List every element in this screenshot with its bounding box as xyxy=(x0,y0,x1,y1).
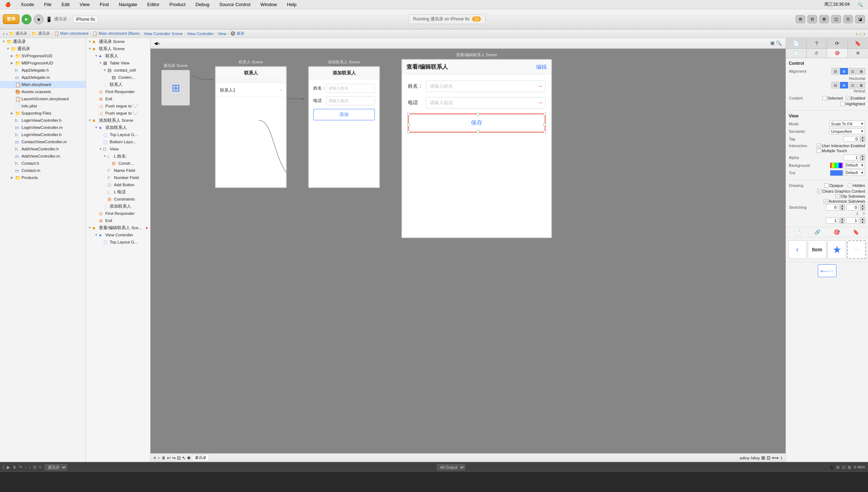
scene4-edit-btn[interactable]: 编辑 xyxy=(536,64,547,71)
nav-loginvc-m[interactable]: m LoginViewController.m xyxy=(0,124,86,131)
hide-inspector-btn[interactable]: ◪ xyxy=(855,15,865,23)
canvas-zoom-btn[interactable]: 🔍 xyxy=(776,40,782,46)
node-name-field[interactable]: F Name Field xyxy=(86,167,150,174)
scene2-screen[interactable]: 联系人 联系人1 › xyxy=(215,66,287,188)
node-exit1[interactable]: ⊕ Exit xyxy=(86,95,150,102)
highlighted-checkbox[interactable] xyxy=(840,102,845,106)
stretch-w-down[interactable]: ▼ xyxy=(840,221,845,224)
align-v-btn3[interactable]: ⊡ xyxy=(849,82,857,88)
bc-folder-1[interactable]: 📁 通讯录 xyxy=(9,31,27,36)
rp-tab-bookmarks[interactable]: 🔖 xyxy=(848,38,868,48)
canvas-size-btn4[interactable]: ↕ xyxy=(780,455,783,460)
dbg-output-select[interactable]: All Output xyxy=(437,464,465,471)
menu-view[interactable]: View xyxy=(77,1,92,8)
canvas-redo-btn[interactable]: ↪ xyxy=(172,455,176,460)
canvas-cursor-btn[interactable]: ↖ xyxy=(182,455,186,460)
canvas-prev-btn[interactable]: ◀ xyxy=(154,41,157,46)
nav-project[interactable]: ▼ 📁 通讯录 xyxy=(0,45,86,52)
dbg-layout-btn3[interactable]: ⊠ xyxy=(848,465,851,470)
node-first-responder2[interactable]: ⊙ First Responder xyxy=(86,210,150,217)
scene1-box[interactable]: ⊞ xyxy=(161,70,190,106)
bc-view[interactable]: View xyxy=(218,32,226,36)
semantic-dropdown[interactable]: Unspecified ▾ xyxy=(829,128,865,134)
disc-products[interactable]: ▶ xyxy=(11,176,15,179)
stretch-h-down[interactable]: ▼ xyxy=(860,221,865,224)
nav-launchscreen[interactable]: 📋 LaunchScreen.storyboard xyxy=(0,95,86,102)
background-dropdown[interactable]: Default ▾ xyxy=(844,162,865,168)
nav-addvc-h[interactable]: h AddViewController.h xyxy=(0,145,86,153)
menu-source-control[interactable]: Source Control xyxy=(217,1,253,8)
tint-dropdown[interactable]: Default ▾ xyxy=(844,170,865,176)
node-label-name[interactable]: ▼ L L 姓名: xyxy=(86,153,150,160)
disc-sv[interactable]: ▶ xyxy=(11,54,15,58)
align-btn-1[interactable]: ⊟ xyxy=(831,68,839,74)
nav-contactvc-m[interactable]: m ContactViewController.m xyxy=(0,138,86,145)
play-button[interactable]: ▶ xyxy=(22,14,32,24)
node-push2[interactable]: ◁ Push segue to '...' xyxy=(86,110,150,117)
expand-btn[interactable]: ⟵··· xyxy=(818,264,836,277)
clip-checkbox[interactable] xyxy=(835,194,840,198)
menu-find[interactable]: Find xyxy=(97,1,111,8)
dashed-btn[interactable]: ··· xyxy=(847,240,866,259)
align-btn-2[interactable]: ⊞ xyxy=(840,68,848,74)
bc-folder-2[interactable]: 📁 通讯录 xyxy=(32,31,50,36)
menu-help[interactable]: Help xyxy=(285,1,299,8)
nav-appdelegate-h[interactable]: h AppDelegate.h xyxy=(0,67,86,74)
version-editor-btn[interactable]: ⊠ xyxy=(819,15,829,23)
scene3-phone-input[interactable]: 请输入电话 xyxy=(326,96,375,105)
align-v-btn1[interactable]: ⊟ xyxy=(831,82,839,88)
nav-main-storyboard[interactable]: 📋 Main.storyboard xyxy=(0,81,86,88)
stretching-w[interactable] xyxy=(826,217,838,224)
dbg-step-into-btn[interactable]: ↓ xyxy=(24,465,27,470)
node-conten[interactable]: ⊟ Conten... xyxy=(86,74,150,81)
node-bottom-layout[interactable]: ◌ Bottom Layo... xyxy=(86,138,150,145)
align-btn-3[interactable]: ⊡ xyxy=(849,68,857,74)
dbg-step-over-btn[interactable]: ↷ xyxy=(19,465,22,470)
menu-debug[interactable]: Debug xyxy=(194,1,211,8)
scene4-name-field[interactable]: 请输入姓名 → xyxy=(426,81,545,92)
canvas-size-btn2[interactable]: ⊡ xyxy=(767,455,771,460)
disclosure-root[interactable]: ▼ xyxy=(2,40,6,43)
dbg-cursor-btn[interactable]: ↖ xyxy=(39,465,42,470)
stretching-x[interactable] xyxy=(826,204,838,211)
rp-tab-file[interactable]: 📄 xyxy=(786,38,807,48)
node-contact-cell[interactable]: ▼ ⊟ contact_cell xyxy=(86,67,150,74)
assistant-editor-btn[interactable]: ⊟ xyxy=(807,15,817,23)
breadcrumb-forward[interactable]: › xyxy=(6,31,8,37)
alpha-input[interactable] xyxy=(843,155,859,160)
handle-bl[interactable] xyxy=(407,130,410,133)
stretching-h[interactable] xyxy=(846,217,859,224)
item-btn[interactable]: Item xyxy=(808,240,826,259)
disclosure-project[interactable]: ▼ xyxy=(6,47,11,50)
handle-mr[interactable] xyxy=(543,123,546,126)
bc-main-base[interactable]: 📋 Main.storyboard (Base) xyxy=(92,31,139,36)
scene3-add-btn[interactable]: 添加 xyxy=(313,109,375,120)
scene4-phone-field[interactable]: 请输入电话 → xyxy=(426,97,545,108)
align-v-btn4[interactable]: ⊠ xyxy=(857,82,865,88)
mode-dropdown[interactable]: Scale To Fill ▾ xyxy=(829,121,865,127)
nav-addvc-m[interactable]: m AddViewController.m xyxy=(0,153,86,160)
nav-loginvc-h2[interactable]: h LoginViewController.h xyxy=(0,131,86,138)
scene-contacts[interactable]: ▼ ■ 联系人 Scene xyxy=(86,45,150,52)
alpha-step-down[interactable]: ▼ xyxy=(860,158,865,161)
breadcrumb-back[interactable]: ‹ xyxy=(3,31,5,37)
hidden-radio[interactable] xyxy=(848,183,852,188)
menu-product[interactable]: Product xyxy=(167,1,188,8)
stretch-y-up[interactable]: ▲ xyxy=(860,204,865,207)
node-view-controller[interactable]: ▼ ● View Controller xyxy=(86,231,150,238)
align-btn-4[interactable]: ⊠ xyxy=(857,68,865,74)
scene4-screen[interactable]: 查看/编辑联系人 编辑 姓名： 请输入姓名 → xyxy=(401,59,552,238)
node-exit2[interactable]: ⊕ Exit xyxy=(86,217,150,224)
node-label-phone[interactable]: L L 电话 xyxy=(86,188,150,196)
rp-tab-history[interactable]: ⟳ xyxy=(827,38,848,48)
canvas-grid-btn[interactable]: ⊞ xyxy=(771,40,774,46)
node-constr[interactable]: ⊞ Constr... xyxy=(86,160,150,167)
node-push1[interactable]: ◁ Push segue to '...' xyxy=(86,102,150,110)
stretch-w-up[interactable]: ▲ xyxy=(840,217,845,221)
pause-button[interactable]: 暂停 xyxy=(3,14,19,24)
stretching-y[interactable] xyxy=(846,204,859,211)
nav-contact-m[interactable]: m Contact.m xyxy=(0,167,86,174)
rp-inspector-identity[interactable]: 🎯 xyxy=(827,49,848,58)
clears-checkbox[interactable] xyxy=(817,189,821,193)
opaque-checkbox[interactable] xyxy=(824,183,829,188)
